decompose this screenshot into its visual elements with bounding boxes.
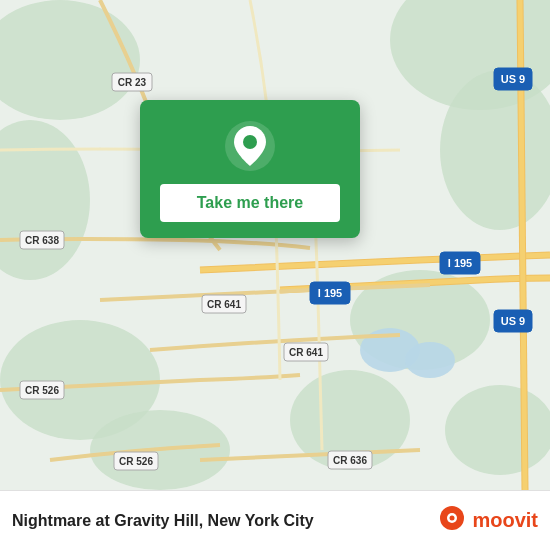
svg-point-11	[405, 342, 455, 378]
location-card: Take me there	[140, 100, 360, 238]
svg-text:CR 636: CR 636	[333, 455, 367, 466]
map-background: CR 23 CR 638 CR 641 CR 641 CR 526 CR 526…	[0, 0, 550, 490]
take-me-there-button[interactable]: Take me there	[160, 184, 340, 222]
svg-text:I 195: I 195	[448, 257, 472, 269]
svg-text:CR 641: CR 641	[207, 299, 241, 310]
svg-text:CR 526: CR 526	[25, 385, 59, 396]
svg-text:US 9: US 9	[501, 315, 525, 327]
moovit-brand-icon	[436, 505, 468, 537]
svg-text:CR 23: CR 23	[118, 77, 147, 88]
svg-text:CR 638: CR 638	[25, 235, 59, 246]
location-pin-icon	[224, 120, 276, 172]
moovit-brand-text: moovit	[472, 509, 538, 532]
svg-point-38	[450, 515, 455, 520]
map-container: CR 23 CR 638 CR 641 CR 641 CR 526 CR 526…	[0, 0, 550, 490]
place-name: Nightmare at Gravity Hill, New York City	[12, 512, 436, 530]
svg-point-9	[445, 385, 550, 475]
svg-text:US 9: US 9	[501, 73, 525, 85]
svg-text:CR 526: CR 526	[119, 456, 153, 467]
svg-text:CR 641: CR 641	[289, 347, 323, 358]
svg-point-35	[243, 135, 257, 149]
moovit-logo: moovit	[436, 505, 538, 537]
bottom-bar: Nightmare at Gravity Hill, New York City…	[0, 490, 550, 550]
svg-text:I 195: I 195	[318, 287, 342, 299]
